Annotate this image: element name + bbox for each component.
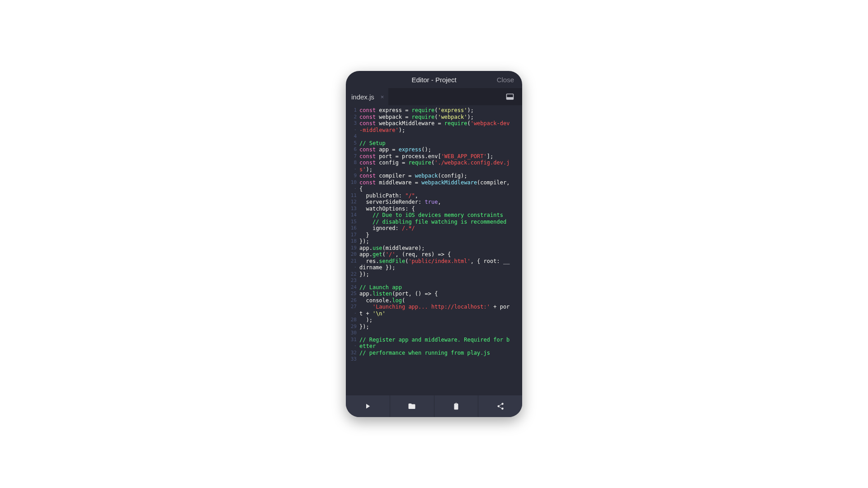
run-button[interactable]: [346, 395, 390, 417]
close-icon[interactable]: ×: [381, 94, 384, 100]
panel-toggle-icon: [506, 93, 514, 101]
code-line: const compiler = webpack(config);: [359, 173, 520, 179]
code-line: watchOptions: {: [359, 206, 520, 212]
code-line: [359, 133, 520, 140]
line-number: 21: [346, 258, 357, 265]
line-number: 9: [346, 173, 357, 179]
code-line: const port = process.env['WEB_APP_PORT']…: [359, 153, 520, 160]
line-number: 3: [346, 120, 357, 127]
line-number: 33: [346, 356, 357, 363]
line-number: 15: [346, 219, 357, 225]
line-number: 16: [346, 225, 357, 232]
code-line: app.listen(port, () => {: [359, 291, 520, 297]
device-frame: Editor - Project Close index.js × 123·45…: [346, 71, 522, 417]
header-bar: Editor - Project Close: [346, 71, 522, 88]
code-line: app.use(middleware);: [359, 245, 520, 252]
line-number: ·: [346, 343, 357, 350]
line-number: 26: [346, 297, 357, 304]
line-number: 32: [346, 350, 357, 357]
share-icon: [496, 402, 505, 410]
close-button[interactable]: Close: [497, 71, 514, 88]
code-line: // disabling file watching is recommende…: [359, 219, 520, 225]
code-line: }: [359, 232, 520, 239]
code-line: {: [359, 186, 520, 192]
line-number: 29: [346, 324, 357, 330]
code-line: ignored: /.*/: [359, 225, 520, 232]
line-number: 14: [346, 212, 357, 219]
line-number: ·: [346, 264, 357, 271]
line-number: 13: [346, 206, 357, 212]
svg-rect-1: [507, 97, 514, 99]
line-number: 6: [346, 146, 357, 153]
code-line: [359, 330, 520, 337]
code-line: });: [359, 324, 520, 330]
code-line: [359, 277, 520, 284]
line-number: 22: [346, 271, 357, 278]
panel-toggle-button[interactable]: [501, 88, 519, 105]
code-line: console.log(: [359, 297, 520, 304]
line-number: 2: [346, 114, 357, 121]
code-line: app.get('/', (req, res) => {: [359, 251, 520, 258]
line-number: 28: [346, 317, 357, 324]
code-line: const app = express();: [359, 146, 520, 153]
code-editor[interactable]: 123·45678·910·1112131415161718192021·222…: [346, 105, 522, 395]
code-line: dirname });: [359, 264, 520, 271]
code-line: // performance when running from play.js: [359, 350, 520, 357]
code-line: [359, 356, 520, 363]
line-number: 10: [346, 179, 357, 186]
line-number: 24: [346, 284, 357, 291]
line-number: ·: [346, 166, 357, 173]
code-line: // Register app and middleware. Required…: [359, 337, 520, 343]
line-number: ·: [346, 186, 357, 192]
files-button[interactable]: [390, 395, 434, 417]
code-line: });: [359, 271, 520, 278]
line-number: 5: [346, 140, 357, 147]
line-number: 20: [346, 251, 357, 258]
code-line: const middleware = webpackMiddleware(com…: [359, 179, 520, 186]
code-line: 'Launching app... http://localhost:' + p…: [359, 304, 520, 310]
code-line: // Due to iOS devices memory constraints: [359, 212, 520, 219]
tab-bar: index.js ×: [346, 88, 522, 105]
code-line: );: [359, 317, 520, 324]
page-title: Editor - Project: [411, 76, 456, 84]
line-number: 30: [346, 330, 357, 337]
clipboard-button[interactable]: [434, 395, 479, 417]
close-button-label: Close: [497, 76, 514, 84]
code-line: const webpackMiddleware = require('webpa…: [359, 120, 520, 127]
line-number: 1: [346, 107, 357, 114]
folder-icon: [408, 402, 416, 410]
code-line: const config = require('./webpack.config…: [359, 160, 520, 166]
code-line: t + '\n': [359, 310, 520, 317]
line-number: 31: [346, 337, 357, 343]
line-number: 4: [346, 133, 357, 140]
code-line: // Launch app: [359, 284, 520, 291]
play-icon: [363, 402, 372, 410]
line-number: ·: [346, 310, 357, 317]
code-line: });: [359, 238, 520, 245]
code-line: publicPath: "/",: [359, 192, 520, 199]
line-number: 19: [346, 245, 357, 252]
code-line: res.sendFile('public/index.html', { root…: [359, 258, 520, 265]
tab-indexjs[interactable]: index.js ×: [346, 88, 388, 105]
clipboard-icon: [452, 402, 460, 410]
line-number: 12: [346, 199, 357, 206]
line-number: 18: [346, 238, 357, 245]
line-number: ·: [346, 127, 357, 134]
line-number: 7: [346, 153, 357, 160]
line-number: 27: [346, 304, 357, 310]
code-line: // Setup: [359, 140, 520, 147]
line-number: 23: [346, 277, 357, 284]
code-line: const webpack = require('webpack');: [359, 114, 520, 121]
code-line: -middleware');: [359, 127, 520, 134]
tab-label: index.js: [351, 93, 374, 101]
code-line: const express = require('express');: [359, 107, 520, 114]
line-number-gutter: 123·45678·910·1112131415161718192021·222…: [346, 107, 359, 395]
line-number: 8: [346, 160, 357, 166]
code-line: serverSideRender: true,: [359, 199, 520, 206]
share-button[interactable]: [478, 395, 522, 417]
code-content: const express = require('express');const…: [359, 107, 522, 395]
line-number: 25: [346, 291, 357, 297]
line-number: 11: [346, 192, 357, 199]
code-line: etter: [359, 343, 520, 350]
code-line: s');: [359, 166, 520, 173]
